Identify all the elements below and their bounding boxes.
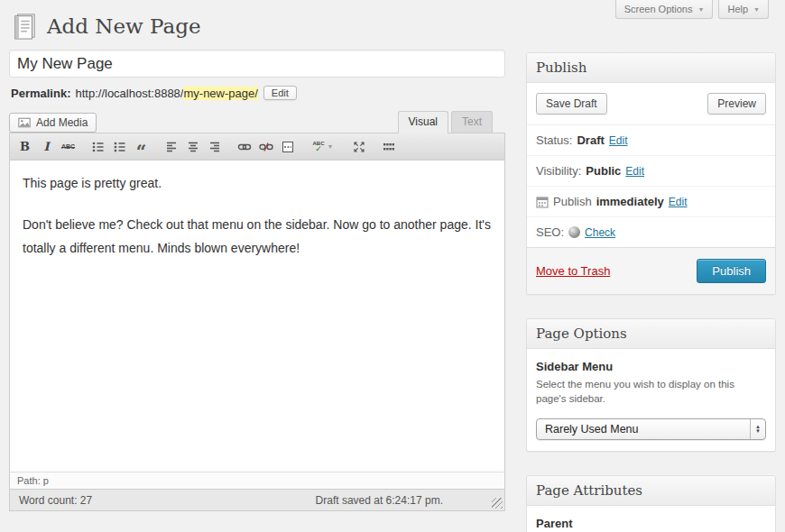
unlink-button[interactable] xyxy=(255,137,276,157)
tab-visual[interactable]: Visual xyxy=(398,111,448,133)
insert-link-button[interactable] xyxy=(234,137,254,157)
editor-content-area[interactable]: This page is pretty great. Don't believe… xyxy=(10,161,504,472)
title-input[interactable] xyxy=(9,50,505,78)
parent-label: Parent xyxy=(536,517,766,530)
kitchen-sink-icon xyxy=(382,140,396,154)
align-right-icon xyxy=(208,140,222,154)
bullet-list-button[interactable] xyxy=(88,137,108,157)
more-tag-icon xyxy=(281,140,295,154)
align-right-button[interactable] xyxy=(204,137,225,157)
status-label: Status: xyxy=(536,133,572,147)
screen-options-button[interactable]: Screen Options ▼ xyxy=(615,0,714,19)
publish-button[interactable]: Publish xyxy=(697,259,766,283)
strikethrough-button[interactable]: ABC xyxy=(58,137,78,157)
editor-column: Permalink: http://localhost:8888/my-new-… xyxy=(9,50,505,511)
arrow-down-icon: ▼ xyxy=(755,429,761,434)
word-count: Word count: 27 xyxy=(19,494,92,507)
chevron-down-icon: ▼ xyxy=(328,143,334,150)
numbered-list-icon xyxy=(113,140,127,154)
seo-status-icon xyxy=(568,226,580,238)
editor-tools-row: Add Media Visual Text xyxy=(9,111,505,133)
seo-row: SEO: Check xyxy=(527,217,775,247)
page-options-box: Page Options Sidebar Menu Select the men… xyxy=(526,318,776,452)
chevron-down-icon: ▼ xyxy=(753,6,760,13)
status-row: Status: Draft Edit xyxy=(527,125,775,156)
select-stepper-icon: ▲ ▼ xyxy=(750,419,765,439)
seo-label: SEO: xyxy=(536,225,564,239)
add-media-icon xyxy=(18,116,31,129)
strikethrough-icon: ABC xyxy=(61,143,75,150)
minor-publishing-actions: Save Draft Preview xyxy=(527,83,775,125)
add-media-button[interactable]: Add Media xyxy=(9,113,97,133)
bullet-list-icon xyxy=(91,140,106,154)
fullscreen-icon xyxy=(352,140,366,154)
publish-box: Publish Save Draft Preview Status: Draft… xyxy=(526,52,776,295)
edit-permalink-button[interactable]: Edit xyxy=(263,86,297,100)
blockquote-button[interactable]: “ xyxy=(131,137,152,157)
chevron-down-icon: ▼ xyxy=(698,6,705,13)
permalink-label: Permalink: xyxy=(11,87,70,100)
spellcheck-button[interactable]: ABC ✓ ▼ xyxy=(307,137,339,157)
editor-paragraph[interactable]: This page is pretty great. xyxy=(23,171,492,195)
edit-status-link[interactable]: Edit xyxy=(609,134,628,147)
preview-button[interactable]: Preview xyxy=(707,93,766,115)
align-left-button[interactable] xyxy=(161,137,181,157)
page-title: Add New Page xyxy=(47,14,201,38)
help-label: Help xyxy=(727,4,748,14)
path-text: Path: p xyxy=(17,475,49,486)
align-center-icon xyxy=(186,140,200,154)
add-media-label: Add Media xyxy=(36,116,88,129)
editor-status-bar: Word count: 27 Draft saved at 6:24:17 pm… xyxy=(9,490,505,511)
visibility-row: Visibility: Public Edit xyxy=(527,156,775,187)
sidebar-menu-description: Select the menu you wish to display on t… xyxy=(536,377,766,406)
move-to-trash-link[interactable]: Move to Trash xyxy=(536,264,610,278)
italic-button[interactable]: I xyxy=(36,137,57,157)
page-attributes-title[interactable]: Page Attributes xyxy=(527,476,775,506)
visibility-value: Public xyxy=(586,164,621,178)
page-options-title[interactable]: Page Options xyxy=(527,319,775,349)
schedule-label: Publish xyxy=(553,195,592,208)
screen-options-label: Screen Options xyxy=(624,4,693,14)
bold-icon: B xyxy=(20,140,30,153)
unlink-icon xyxy=(259,140,273,154)
italic-icon: I xyxy=(43,140,49,153)
permalink-slug: my-new-page/ xyxy=(183,87,257,100)
sidebar-menu-value: Rarely Used Menu xyxy=(545,423,639,436)
numbered-list-button[interactable] xyxy=(109,137,130,157)
edit-visibility-link[interactable]: Edit xyxy=(625,165,644,178)
sidebar-menu-label: Sidebar Menu xyxy=(536,360,766,373)
align-left-icon xyxy=(164,140,179,154)
resize-handle[interactable] xyxy=(492,498,503,509)
major-publishing-actions: Move to Trash Publish xyxy=(527,247,775,294)
autosave-message: Draft saved at 6:24:17 pm. xyxy=(316,494,443,507)
page-attributes-box: Page Attributes Parent (no parent) ▲ ▼ xyxy=(526,475,776,532)
tab-text[interactable]: Text xyxy=(451,111,493,133)
screen-meta-links: Screen Options ▼ Help ▼ xyxy=(615,0,769,19)
link-icon xyxy=(237,140,252,154)
permalink: Permalink: http://localhost:8888/my-new-… xyxy=(9,86,505,100)
more-tag-button[interactable] xyxy=(277,137,298,157)
editor-path-bar: Path: p xyxy=(10,472,504,489)
page-attributes-body: Parent (no parent) ▲ ▼ xyxy=(527,506,775,532)
page-header: Add New Page xyxy=(11,12,201,41)
spellcheck-icon: ABC ✓ xyxy=(313,141,325,152)
seo-check-link[interactable]: Check xyxy=(585,226,615,239)
visual-editor: B I ABC xyxy=(9,133,505,490)
blockquote-icon: “ xyxy=(136,150,147,153)
visibility-label: Visibility: xyxy=(536,164,581,178)
save-draft-button[interactable]: Save Draft xyxy=(536,93,607,115)
add-new-page-screen: Screen Options ▼ Help ▼ Add New Page Per… xyxy=(0,0,785,532)
page-options-body: Sidebar Menu Select the menu you wish to… xyxy=(527,349,775,451)
help-button[interactable]: Help ▼ xyxy=(718,0,769,19)
checkmark-icon: ✓ xyxy=(315,146,322,152)
edit-schedule-link[interactable]: Edit xyxy=(669,196,688,208)
sidebar-menu-select[interactable]: Rarely Used Menu ▲ ▼ xyxy=(536,418,766,440)
fullscreen-button[interactable] xyxy=(348,137,369,157)
kitchen-sink-button[interactable] xyxy=(378,137,399,157)
bold-button[interactable]: B xyxy=(14,137,35,157)
editor-mode-tabs: Visual Text xyxy=(398,111,493,133)
publish-box-title[interactable]: Publish xyxy=(527,53,775,83)
schedule-value: immediately xyxy=(596,195,664,208)
editor-paragraph[interactable]: Don't believe me? Check out that menu on… xyxy=(23,213,492,260)
align-center-button[interactable] xyxy=(182,137,203,157)
